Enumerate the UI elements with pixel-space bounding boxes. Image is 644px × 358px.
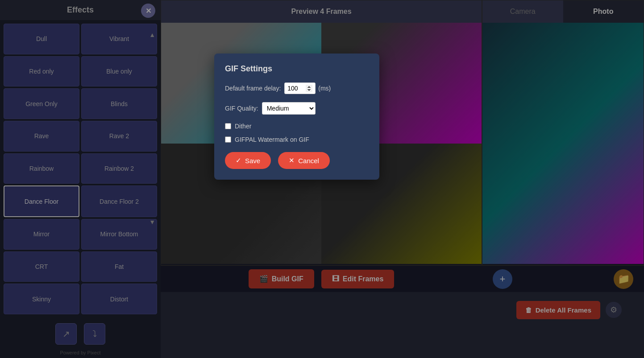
- watermark-checkbox[interactable]: [225, 136, 231, 143]
- frame-delay-row: Default frame delay: (ms): [225, 82, 369, 94]
- quality-label: GIF Quality:: [225, 105, 258, 112]
- ms-label: (ms): [318, 85, 331, 92]
- quality-row: GIF Quality: Low Medium High: [225, 102, 369, 115]
- frame-delay-input[interactable]: [284, 82, 316, 94]
- modal-buttons: ✓ Save ✕ Cancel: [225, 152, 369, 169]
- quality-select[interactable]: Low Medium High: [262, 102, 316, 115]
- gif-settings-modal: GIF Settings Default frame delay: (ms) G…: [214, 53, 379, 180]
- modal-overlay[interactable]: GIF Settings Default frame delay: (ms) G…: [0, 0, 644, 358]
- watermark-label: GIFPAL Watermark on GIF: [235, 136, 309, 143]
- x-icon: ✕: [289, 156, 295, 165]
- dither-checkbox[interactable]: [225, 123, 231, 129]
- cancel-label: Cancel: [298, 157, 319, 165]
- watermark-row: GIFPAL Watermark on GIF: [225, 136, 369, 143]
- save-label: Save: [245, 157, 260, 165]
- frame-delay-label: Default frame delay:: [225, 85, 281, 92]
- dither-label: Dither: [235, 123, 251, 130]
- check-icon: ✓: [236, 156, 241, 165]
- modal-save-button[interactable]: ✓ Save: [225, 152, 271, 169]
- modal-title: GIF Settings: [225, 64, 369, 74]
- dither-row: Dither: [225, 123, 369, 130]
- modal-cancel-button[interactable]: ✕ Cancel: [278, 152, 330, 169]
